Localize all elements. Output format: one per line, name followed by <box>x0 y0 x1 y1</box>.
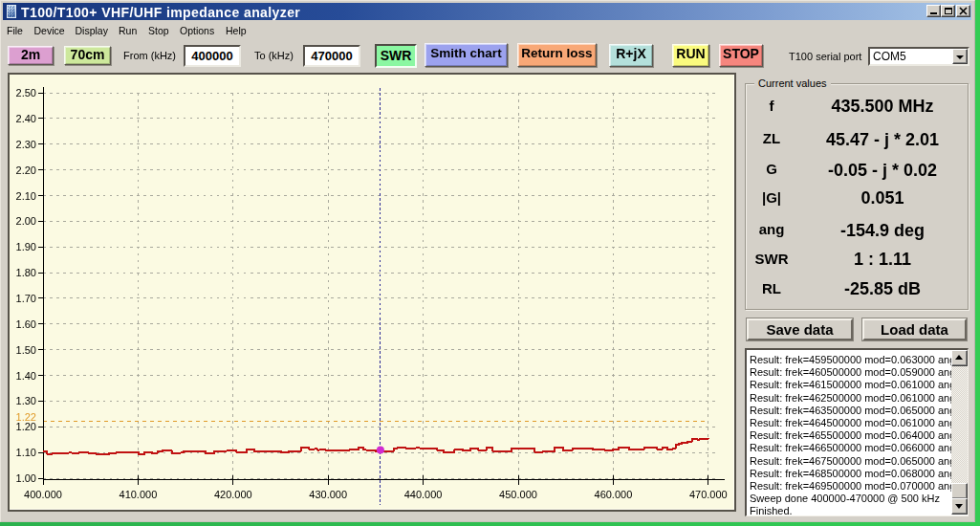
svg-text:400.000: 400.000 <box>24 489 62 500</box>
svg-text:1.00: 1.00 <box>16 472 36 484</box>
svg-text:460.000: 460.000 <box>595 489 633 500</box>
svg-text:1.60: 1.60 <box>16 318 36 330</box>
svg-text:2.40: 2.40 <box>16 113 36 124</box>
svg-text:1.80: 1.80 <box>16 267 36 278</box>
svg-text:2.00: 2.00 <box>16 215 36 227</box>
svg-text:1.22: 1.22 <box>16 411 36 423</box>
svg-text:1.90: 1.90 <box>16 241 36 252</box>
svg-text:470.000: 470.000 <box>689 489 728 500</box>
svg-text:1.50: 1.50 <box>16 344 36 356</box>
svg-text:2.30: 2.30 <box>16 139 36 150</box>
svg-text:2.50: 2.50 <box>16 87 36 99</box>
svg-text:440.000: 440.000 <box>404 489 443 500</box>
svg-text:1.40: 1.40 <box>16 370 36 382</box>
svg-text:2.10: 2.10 <box>16 190 36 202</box>
svg-text:1.10: 1.10 <box>16 447 36 458</box>
svg-text:410.000: 410.000 <box>120 489 158 500</box>
svg-text:2.20: 2.20 <box>16 164 36 176</box>
svg-text:1.30: 1.30 <box>16 395 36 406</box>
svg-text:450.000: 450.000 <box>499 489 537 500</box>
svg-text:1.70: 1.70 <box>16 293 36 304</box>
svg-text:420.000: 420.000 <box>214 489 252 500</box>
svg-text:430.000: 430.000 <box>309 489 347 500</box>
